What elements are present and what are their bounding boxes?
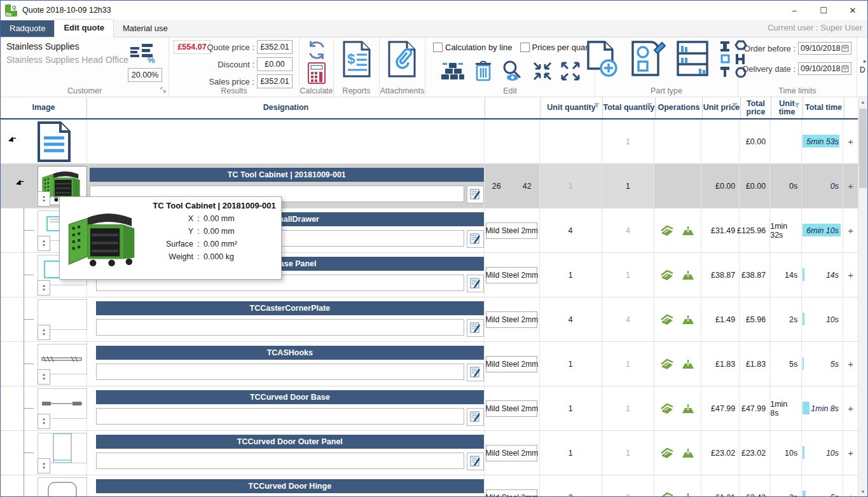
add-operation-button[interactable]: + [843, 119, 858, 163]
part-title-bar[interactable]: TCCasterCornerPlate [96, 301, 484, 315]
quantity-stepper[interactable]: ▲▼ [38, 236, 50, 251]
add-operation-button[interactable]: + [843, 253, 858, 297]
comment-input[interactable] [96, 364, 464, 380]
edit-note-button[interactable] [467, 453, 484, 470]
customer-discount-icon[interactable]: % [130, 43, 156, 65]
col-header-material[interactable] [485, 97, 541, 118]
dialog-launcher-icon[interactable] [160, 86, 166, 95]
quantity-stepper[interactable]: ▲▼ [38, 325, 50, 340]
table-row[interactable]: ▲▼ TCCurved Door Base Mild Steel 2mm 1 1 [1, 386, 858, 431]
edit-part-icon[interactable] [629, 40, 666, 80]
filter-icon[interactable] [646, 102, 653, 111]
recalculate-icon[interactable] [306, 39, 327, 63]
tab-radquote[interactable]: Radquote [1, 20, 54, 37]
attachments-icon[interactable] [387, 41, 418, 79]
table-row[interactable]: ▲▼ TCCasterCornerPlate Mild Steel 2mm 4 … [1, 297, 858, 342]
checkbox-calculation-by-line[interactable]: Calculation by line [433, 43, 513, 52]
add-operation-button[interactable]: + [843, 431, 858, 475]
part-library-icon[interactable] [676, 40, 709, 80]
unit-quantity-cell[interactable]: 2 [540, 475, 602, 496]
tree-expander-icon[interactable] [8, 136, 17, 145]
edit-note-button[interactable] [467, 186, 484, 203]
add-part-icon[interactable] [586, 40, 619, 80]
edit-note-button[interactable] [467, 408, 484, 426]
add-operation-button[interactable]: + [843, 386, 858, 430]
calculator-icon[interactable] [308, 62, 326, 86]
quantity-stepper[interactable]: ▲▼ [38, 458, 50, 473]
table-row[interactable]: ▲▼ TCASHooks Mild Steel 2mm 1 1 £1.83 [1, 342, 858, 386]
unit-quantity-cell[interactable]: 4 [540, 297, 602, 341]
maximize-button[interactable]: ☐ [809, 1, 838, 20]
comment-input[interactable] [96, 453, 464, 469]
scroll-down-icon[interactable]: ▼ [858, 487, 867, 496]
col-header-unit-time[interactable]: Unit time [771, 97, 803, 118]
unit-quantity-cell[interactable]: 1 [540, 253, 602, 297]
comment-input[interactable] [96, 408, 464, 425]
unit-quantity-cell[interactable]: 1 [540, 386, 602, 430]
table-row[interactable]: ▲▼ TCCurved Door Outer Panel Mild Steel … [1, 431, 858, 475]
checkbox-box[interactable] [433, 43, 443, 52]
material-box[interactable]: Mild Steel 2mm [486, 311, 537, 328]
quantity-stepper[interactable]: ▲▼ [38, 191, 50, 207]
material-box[interactable]: Mild Steel 2mm [486, 356, 537, 372]
add-operation-button[interactable] [843, 297, 858, 341]
part-title-bar[interactable]: TC Tool Cabinet | 20181009-001 [90, 168, 484, 182]
preview-search-icon[interactable] [501, 60, 524, 84]
filter-icon[interactable] [731, 102, 738, 111]
delivery-date-input[interactable]: 09/10/2018 7 [798, 62, 851, 75]
quote-price-input[interactable]: £352.01 [257, 40, 293, 54]
quantity-stepper[interactable]: ▲▼ [38, 280, 50, 296]
part-thumbnail[interactable] [34, 121, 74, 163]
quantity-stepper[interactable]: ▲▼ [38, 414, 50, 429]
part-thumbnail[interactable]: 90.0 [38, 477, 87, 496]
scrollbar-thumb[interactable] [859, 109, 867, 188]
part-title-bar[interactable]: TCCurved Door Outer Panel [96, 435, 484, 449]
comment-input[interactable] [96, 319, 464, 336]
add-operation-button[interactable]: + [843, 164, 858, 208]
material-box[interactable]: Mild Steel 2mm [486, 445, 537, 461]
col-header-total-quantity[interactable]: Total quantity [603, 97, 656, 118]
delete-icon[interactable] [474, 60, 492, 84]
add-operation-button[interactable]: + [843, 208, 858, 252]
col-header-designation[interactable]: Designation [87, 97, 485, 118]
tab-material-use[interactable]: Material use [114, 20, 177, 37]
expand-all-icon[interactable] [561, 62, 580, 83]
minimize-button[interactable]: – [780, 1, 809, 20]
material-box[interactable]: Mild Steel 2mm [486, 400, 537, 417]
col-header-image[interactable]: Image [1, 97, 87, 118]
unit-quantity-cell[interactable] [540, 119, 602, 163]
col-header-operations[interactable]: Operations [656, 97, 703, 118]
material-box[interactable]: Mild Steel 2mm [486, 489, 537, 497]
customer-discount-input[interactable]: 20.00% [128, 68, 162, 82]
edit-note-button[interactable] [467, 319, 484, 337]
edit-note-button[interactable] [467, 364, 484, 381]
unit-quantity-cell[interactable]: 4 [540, 208, 602, 252]
order-before-input[interactable]: 09/10/2018 7 [798, 42, 851, 55]
unit-quantity-cell[interactable]: 1 [540, 164, 602, 208]
part-title-bar[interactable]: TCCurved Door Hinge [96, 479, 484, 493]
unit-quantity-cell[interactable]: 1 [540, 431, 602, 475]
table-row[interactable]: ▲▼ 1 £0.00 [1, 119, 858, 164]
material-box[interactable]: Mild Steel 2mm [486, 222, 537, 239]
add-operation-button[interactable]: + [843, 475, 858, 496]
tab-edit-quote[interactable]: Edit quote [54, 19, 114, 37]
materials-icon[interactable] [440, 60, 465, 84]
close-button[interactable]: ✕ [838, 1, 867, 20]
checkbox-box[interactable] [520, 43, 530, 52]
part-title-bar[interactable]: TCASHooks [96, 346, 484, 360]
edit-note-button[interactable] [467, 230, 484, 248]
material-box[interactable]: Mild Steel 2mm [486, 267, 537, 283]
discount-input[interactable]: £0.00 [257, 57, 293, 71]
part-title-bar[interactable]: TCCurved Door Base [96, 390, 484, 404]
filter-icon[interactable] [593, 102, 600, 111]
col-header-total-price[interactable]: Total price [741, 97, 771, 118]
collapse-all-icon[interactable] [533, 62, 552, 83]
table-row[interactable]: 90.0 ▲▼ TCCurved Door Hinge Mild Steel 2… [1, 475, 858, 496]
col-header-unit-quantity[interactable]: Unit quantity [541, 97, 603, 118]
edit-note-button[interactable] [467, 275, 484, 292]
tree-expander-icon[interactable] [16, 179, 24, 188]
col-header-total-time[interactable]: Total time [803, 97, 844, 118]
unit-quantity-cell[interactable]: 1 [540, 342, 602, 386]
vertical-scrollbar[interactable]: ▲ ▼ [858, 97, 867, 496]
col-header-unit-price[interactable]: Unit price [703, 97, 741, 118]
